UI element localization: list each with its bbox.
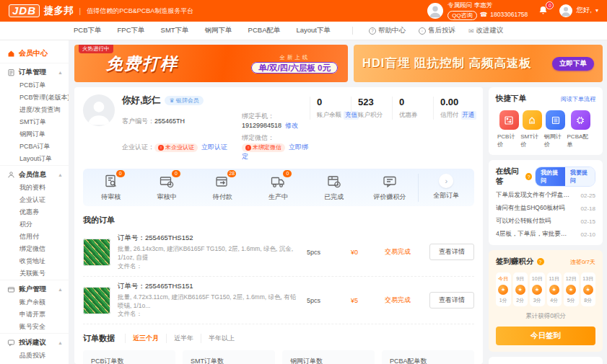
qa-item[interactable]: 下单后发现文件有个焊盘需要改一下...02-25 (496, 191, 595, 200)
sidebar-item-credit-pay[interactable]: 信用付 (0, 231, 69, 243)
headset-icon: ◦ (419, 27, 426, 35)
status-pending-review[interactable]: 0 待审核 (83, 174, 139, 202)
tab-half-year[interactable]: 近半年 (166, 334, 201, 343)
nav-fpc-order[interactable]: FPC下单 (118, 26, 145, 35)
pcba-order-tile[interactable]: PCBA配单 (567, 110, 594, 148)
medal-icon: ♛ (169, 97, 174, 104)
sidebar-item-invoice[interactable]: 申请开票 (0, 308, 69, 321)
nav-help-center[interactable]: ?帮助中心 (369, 26, 406, 35)
member-level-badge: ♛银牌会员 (165, 96, 203, 105)
chevron-up-icon: ▲ (58, 287, 63, 292)
hdi-banner[interactable]: HDI盲埋 阻抗控制 高频高速板 立即下单 (354, 45, 603, 82)
signin-today-button[interactable]: 今日签到 (496, 327, 595, 345)
order-spec: 批量, 26.14x3cm, 建滔KB6165F TG150, 2层, 1.6m… (118, 245, 300, 262)
sidebar-item-member-center[interactable]: 会员中心 (0, 45, 69, 63)
sidebar-group-member-info[interactable]: 会员信息▲ (0, 165, 69, 182)
order-number: 255465THS152 (145, 234, 193, 241)
sidebar-item-progress-query[interactable]: 进度/发货查询 (0, 104, 69, 116)
order-status: 交易完成 (377, 296, 418, 305)
free-sample-banner[interactable]: 火热进行中 免费打样 全新上线 单/双/四/六层板 0元 (74, 45, 348, 82)
sidebar-item-pcba-orders[interactable]: PCBA订单 (0, 141, 69, 153)
envelope-icon: ✉ (468, 27, 474, 35)
qa-card: 在线问答 ? 我的提问 我要提问 下单后发现文件有个焊盘需要改一下...02-2… (489, 160, 603, 245)
sidebar: 会员中心 订单管理▲ PCB订单 PCB管理(老版本) 进度/发货查询 SMT订… (0, 40, 69, 364)
sidebar-item-address[interactable]: 收货地址 (0, 255, 69, 267)
phone-icon: ☎ (480, 11, 488, 19)
advisor-name: 专属顾问 李惠芳 (447, 1, 492, 9)
sidebar-item-bind-wechat[interactable]: 绑定微信 (0, 243, 69, 255)
nav-pcb-order[interactable]: PCB下单 (74, 26, 102, 35)
sidebar-item-coupons[interactable]: 优惠券 (0, 206, 69, 218)
nav-suggestion[interactable]: ✉改进建议 (468, 26, 504, 35)
nav-smt-order[interactable]: SMT下单 (161, 26, 189, 35)
home-icon (7, 50, 15, 58)
status-completed[interactable]: 已完成 (306, 174, 362, 202)
main-nav: PCB下单 FPC下单 SMT下单 钢网下单 PCBA配单 Layout下单 ?… (0, 22, 607, 40)
edit-phone-link[interactable]: 修改 (285, 122, 298, 129)
sidebar-item-my-profile[interactable]: 我的资料 (0, 182, 69, 194)
order-flow-link[interactable]: 阅读下单流程 (561, 95, 595, 103)
sidebar-item-pcb-legacy[interactable]: PCB管理(老版本) (0, 92, 69, 104)
notification-bell[interactable]: 0 (538, 5, 549, 17)
steel-pricing-tile[interactable]: 钢网计价 (544, 110, 567, 148)
pcb-pricing-tile[interactable]: PCB计价 (497, 110, 520, 148)
user-menu[interactable]: 您好, ▾ (559, 4, 598, 17)
sidebar-item-enterprise-auth[interactable]: 企业认证 (0, 194, 69, 206)
qa-item[interactable]: 请问有生益SHQ60板材吗02-18 (496, 204, 595, 213)
sidebar-item-quality-complaint[interactable]: 品质投诉 (0, 350, 69, 362)
verify-now-link[interactable]: 立即认证 (201, 143, 227, 151)
sidebar-item-security[interactable]: 账号安全 (0, 321, 69, 333)
status-in-review[interactable]: 0 审核中 (139, 174, 194, 202)
activate-credit-link[interactable]: 开通 (461, 111, 476, 120)
sidebar-item-smt-orders[interactable]: SMT订单 (0, 116, 69, 128)
signin-card: 签到赚积分 ? 连签0/7天 今日★1分 9日★2分 10日★3分 11日★4分… (489, 250, 603, 352)
sidebar-item-linked-accounts[interactable]: 关联账号 (0, 267, 69, 280)
tab-my-questions[interactable]: 我的提问 (536, 167, 565, 186)
banner-hot-tag: 火热进行中 (79, 45, 113, 53)
customer-number: 255465TH (154, 117, 185, 125)
tab-over-half-year[interactable]: 半年以上 (201, 334, 242, 343)
sidebar-item-points[interactable]: 积分 (0, 218, 69, 231)
clipboard-icon (7, 68, 15, 76)
wechat-status-badge: !未绑定微信 (242, 143, 285, 152)
person-icon (7, 171, 15, 179)
smt-pricing-tile[interactable]: SMT计价 (520, 110, 544, 148)
qa-item[interactable]: 4层板，下单后，审批要多久时间完...02-10 (496, 230, 595, 239)
qq-consult-button[interactable]: QQ咨询 (447, 11, 476, 20)
status-in-production[interactable]: 0 生产中 (250, 174, 306, 202)
order-status: 交易完成 (377, 247, 418, 257)
sidebar-item-steel-orders[interactable]: 钢网订单 (0, 128, 69, 141)
sidebar-group-orders[interactable]: 订单管理▲ (0, 63, 69, 79)
nav-steel-order[interactable]: 钢网下单 (205, 26, 232, 35)
order-price: ¥5 (339, 297, 370, 304)
qa-item[interactable]: 可以对公转账付款吗02-15 (496, 217, 595, 226)
sidebar-item-layout-orders[interactable]: Layout订单 (0, 153, 69, 165)
order-qty: 5pcs (307, 249, 331, 256)
nav-divider (352, 27, 353, 35)
status-awaiting-payment[interactable]: 28 待付款 (195, 174, 250, 202)
nav-layout-order[interactable]: Layout下单 (296, 26, 331, 35)
jdb-logo[interactable]: JDB (9, 4, 40, 17)
user-greeting: 您好, (576, 6, 592, 15)
sidebar-group-account[interactable]: 账户管理▲ (0, 280, 69, 296)
hdi-banner-title: HDI盲埋 阻抗控制 高频高速板 (362, 56, 532, 71)
nav-pcba-order[interactable]: PCBA配单 (248, 26, 281, 35)
status-review-earn-points[interactable]: 评价赚积分 (362, 174, 417, 202)
coin-icon: ★ (566, 285, 576, 295)
nav-after-sale[interactable]: ◦售后投诉 (419, 26, 455, 35)
advisor-chip[interactable]: 专属顾问 李惠芳 QQ咨询 ☎ 18033061758 (427, 1, 528, 19)
streak-counter: 连签0/7天 (570, 258, 595, 266)
sidebar-group-complaints[interactable]: 投诉建议▲ (0, 333, 69, 350)
tab-ask-question[interactable]: 我要提问 (565, 167, 595, 186)
tab-last-3-months[interactable]: 近三个月 (125, 334, 166, 343)
question-icon: ? (369, 27, 376, 35)
signin-day: 9日★2分 (513, 272, 528, 306)
all-orders-button[interactable]: › 全部订单 (418, 174, 474, 202)
sidebar-item-balance[interactable]: 账户余额 (0, 296, 69, 308)
sidebar-item-pcb-orders[interactable]: PCB订单 (0, 79, 69, 92)
notification-badge: 0 (546, 1, 554, 9)
order-data-title: 订单数据 (83, 333, 115, 344)
view-details-button[interactable]: 查看详情 (429, 244, 474, 260)
view-details-button[interactable]: 查看详情 (429, 292, 474, 308)
order-now-button[interactable]: 立即下单 (552, 57, 594, 71)
